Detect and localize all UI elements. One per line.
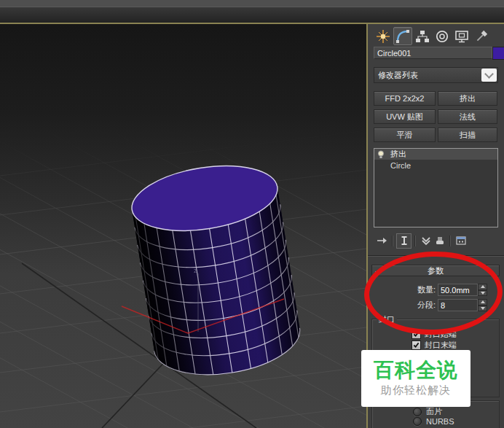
title-bar [0, 0, 504, 7]
command-panel-tabs [374, 27, 491, 45]
tab-display[interactable] [452, 27, 471, 45]
output-patch-radio[interactable] [413, 408, 422, 416]
modifier-button-normal[interactable]: 法线 [438, 109, 497, 124]
modify-icon [395, 29, 410, 44]
make-unique-icon[interactable] [419, 234, 433, 248]
output-patch-label: 面片 [426, 406, 442, 417]
viewport[interactable]: z [0, 23, 368, 428]
utilities-icon [474, 29, 489, 44]
toolbar [0, 7, 504, 23]
object-color-swatch[interactable] [492, 47, 504, 60]
axis-gizmo-z-label: z [194, 267, 197, 274]
modifier-button-smooth[interactable]: 平滑 [374, 128, 436, 142]
chevron-down-icon [484, 69, 494, 79]
cap-end-checkbox[interactable] [412, 341, 421, 350]
modifier-stack-item-circle[interactable]: Circle [374, 160, 497, 171]
modifier-button-uvw-map[interactable]: UVW 贴图 [374, 109, 436, 124]
tab-motion[interactable] [433, 27, 452, 45]
app-window: z [0, 0, 504, 428]
stack-item-label: Circle [390, 161, 411, 170]
modifier-stack-item-extrude[interactable]: 挤出 [374, 149, 497, 160]
modifier-stack-toolbar [375, 233, 468, 248]
cap-end-label: 封口末端 [425, 340, 457, 351]
modifier-list-dropdown[interactable]: 修改器列表 [374, 67, 498, 83]
modifier-button-ffd[interactable]: FFD 2x2x2 [374, 91, 436, 106]
tab-utilities[interactable] [472, 27, 491, 45]
tab-hierarchy[interactable] [413, 27, 432, 45]
modifier-button-sweep[interactable]: 扫描 [438, 128, 497, 142]
remove-modifier-icon[interactable] [433, 234, 446, 248]
pin-stack-icon[interactable] [375, 234, 389, 248]
modifier-list-label: 修改器列表 [374, 70, 418, 81]
viewport-canvas: z [0, 24, 366, 428]
create-icon [376, 29, 390, 44]
configure-modifier-sets-icon[interactable] [454, 234, 468, 248]
tab-create[interactable] [374, 27, 393, 45]
watermark-badge: 百科全说 助你轻松解决 [361, 350, 470, 407]
cylinder-object [127, 157, 305, 384]
hierarchy-icon [415, 29, 430, 44]
visibility-bulb-icon[interactable] [377, 150, 385, 159]
dropdown-button[interactable] [481, 69, 497, 82]
modifier-stack: 挤出 Circle [374, 148, 498, 227]
stack-item-label: 挤出 [390, 149, 406, 160]
watermark-title: 百科全说 [374, 359, 458, 381]
display-icon [454, 29, 469, 44]
output-nurbs-radio[interactable] [413, 417, 422, 426]
modifier-button-extrude[interactable]: 挤出 [438, 91, 497, 106]
motion-icon [435, 29, 449, 44]
show-end-result-icon[interactable] [396, 233, 412, 249]
output-nurbs-label: NURBS [426, 417, 454, 426]
watermark-subtitle: 助你轻松解决 [381, 384, 451, 397]
tab-modify[interactable] [393, 27, 412, 45]
object-name-field[interactable] [374, 47, 492, 59]
